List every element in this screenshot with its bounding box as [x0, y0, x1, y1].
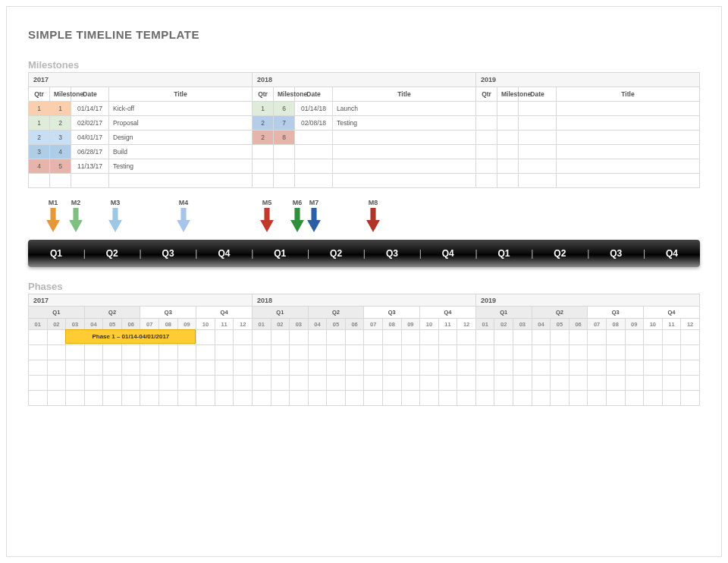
cell-qtr: 1	[29, 102, 50, 116]
cell-date: 01/14/17	[71, 102, 109, 116]
phase-month: 10	[644, 319, 663, 330]
qbar-cell: Q3	[588, 248, 644, 259]
cell-qtr: 2	[29, 131, 50, 145]
arrow-down-icon	[366, 208, 380, 232]
phase-qtr: Q1	[252, 307, 308, 319]
arrow-down-icon	[46, 208, 60, 232]
phase-row	[29, 376, 700, 391]
qbar-cell: Q4	[420, 248, 476, 259]
cell-date	[519, 159, 557, 174]
section-milestones: Milestones	[28, 59, 700, 71]
phase-month: 08	[382, 319, 401, 330]
cell-ms	[497, 159, 519, 174]
cell-date: 11/13/17	[71, 159, 109, 174]
phase-qtr: Q3	[140, 307, 196, 319]
phase-month: 07	[140, 319, 159, 330]
qbar-cell: Q2	[532, 248, 588, 259]
arrow-down-icon	[307, 208, 321, 232]
cell-date	[519, 116, 557, 131]
table-row: 4511/13/17Testing	[29, 159, 700, 174]
cell-qtr	[476, 145, 497, 159]
cell-date	[295, 159, 333, 174]
phase-qtr: Q2	[308, 307, 364, 319]
phase-year-2018: 2018	[252, 294, 475, 307]
phase-month: 12	[457, 319, 476, 330]
ms-col-milestone: Milestone	[274, 87, 295, 102]
phase-month: 10	[420, 319, 439, 330]
qbar-cell: Q2	[308, 248, 364, 259]
phases-wrap: 2017 2018 2019 Q1Q2Q3Q4Q1Q2Q3Q4Q1Q2Q3Q4 …	[28, 294, 700, 406]
phase-month: 04	[532, 319, 551, 330]
phase-month: 07	[588, 319, 607, 330]
cell-ms: 7	[274, 116, 295, 131]
ms-col-qtr: Qtr	[29, 87, 50, 102]
ms-col-milestone: Milestone	[50, 87, 71, 102]
cell-date	[519, 174, 557, 188]
ms-col-title: Title	[333, 87, 476, 102]
cell-date	[519, 145, 557, 159]
cell-qtr: 2	[253, 131, 274, 145]
arrow-m4: M4	[172, 199, 195, 232]
phase-month: 02	[494, 319, 513, 330]
phase-month: 08	[159, 319, 178, 330]
table-row: 2304/01/17Design28	[29, 131, 700, 145]
arrow-down-icon	[260, 208, 274, 232]
phase-month: 01	[29, 319, 48, 330]
qbar-cell: Q1	[28, 248, 84, 259]
phase-month: 03	[513, 319, 532, 330]
phase-month: 11	[438, 319, 457, 330]
arrow-down-icon	[69, 208, 83, 232]
cell-ms	[497, 131, 519, 145]
qbar-cell: Q2	[84, 248, 140, 259]
phase-month: 03	[66, 319, 85, 330]
phase-month: 11	[662, 319, 681, 330]
arrow-label: M5	[262, 199, 272, 206]
cell-date	[295, 145, 333, 159]
arrow-label: M8	[369, 199, 378, 206]
cell-qtr	[476, 102, 497, 116]
cell-ms: 8	[274, 131, 295, 145]
ms-col-qtr: Qtr	[253, 87, 274, 102]
cell-qtr	[29, 174, 50, 188]
phase-qtr: Q3	[364, 307, 420, 319]
phase-month: 10	[196, 319, 215, 330]
milestones-table: 2017 2018 2019 QtrMilestoneDateTitleQtrM…	[28, 72, 700, 188]
phase-qtr: Q2	[84, 307, 140, 319]
phase-qtr: Q4	[420, 307, 476, 319]
ms-col-qtr: Qtr	[476, 87, 497, 102]
cell-qtr: 4	[29, 159, 50, 174]
phase-year-2017: 2017	[29, 294, 253, 307]
phase-row	[29, 345, 700, 360]
cell-qtr	[253, 174, 274, 188]
arrow-m3: M3	[104, 199, 127, 232]
cell-title: Design	[109, 131, 253, 145]
ms-col-milestone: Milestone	[497, 87, 519, 102]
phase-month: 02	[47, 319, 66, 330]
phase-month: 12	[681, 319, 700, 330]
phase-month: 08	[606, 319, 625, 330]
cell-qtr	[476, 131, 497, 145]
cell-date	[519, 102, 557, 116]
cell-date: 02/08/18	[295, 116, 333, 131]
cell-title: Testing	[333, 116, 476, 131]
cell-title	[557, 102, 700, 116]
ms-col-title: Title	[109, 87, 253, 102]
cell-title: Build	[109, 145, 253, 159]
qbar-cell: Q3	[364, 248, 420, 259]
cell-ms	[497, 145, 519, 159]
phase-month: 09	[625, 319, 644, 330]
phase-month: 07	[364, 319, 383, 330]
cell-qtr	[476, 116, 497, 131]
phase-month: 01	[252, 319, 271, 330]
qbar-cell: Q4	[644, 248, 700, 259]
cell-title	[557, 159, 700, 174]
year-2019: 2019	[476, 73, 700, 87]
cell-title: Launch	[333, 102, 476, 116]
phase-month: 05	[103, 319, 122, 330]
phase-month: 11	[215, 319, 234, 330]
cell-title	[557, 131, 700, 145]
arrow-label: M1	[49, 199, 58, 206]
cell-ms: 6	[274, 102, 295, 116]
year-2018: 2018	[253, 73, 476, 87]
cell-ms	[274, 145, 295, 159]
